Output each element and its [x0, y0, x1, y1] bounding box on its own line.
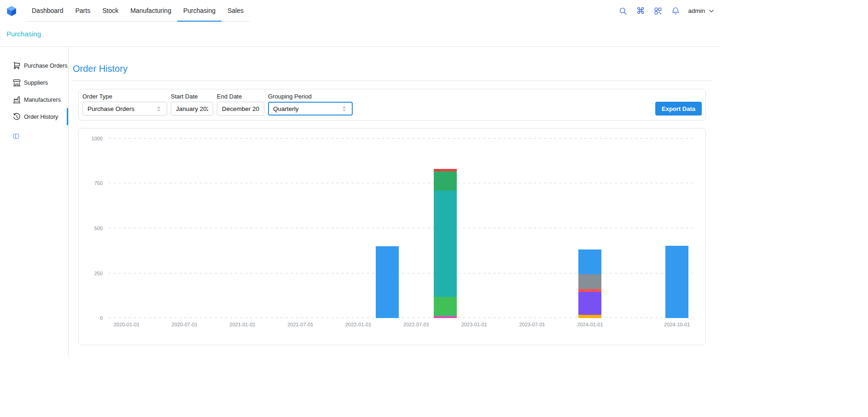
start-date-label: Start Date	[171, 93, 213, 100]
gridline	[108, 318, 695, 318]
breadcrumb: Purchasing	[0, 22, 721, 47]
end-date-field: End Date	[217, 93, 264, 116]
y-axis-tick: 1000	[92, 136, 103, 141]
bar-segment	[578, 292, 601, 315]
title-divider	[73, 81, 711, 81]
start-date-field: Start Date	[171, 93, 213, 116]
bar-2024-10-01[interactable]	[665, 138, 688, 318]
tab-purchasing[interactable]: Purchasing	[177, 0, 221, 22]
x-axis-tick: 2022-01-01	[345, 322, 371, 327]
bar-segment	[376, 246, 399, 318]
x-axis-tick: 2021-07-01	[287, 322, 313, 327]
bar-segment	[434, 171, 457, 191]
content: Purchase OrdersSuppliersManufacturersOrd…	[0, 47, 721, 356]
select-chevrons-icon	[155, 105, 162, 112]
app: DashboardPartsStockManufacturingPurchasi…	[0, 0, 721, 356]
bar-segment	[434, 297, 457, 316]
gridline	[108, 138, 695, 139]
user-menu[interactable]: admin	[688, 7, 715, 15]
y-axis-tick: 750	[94, 180, 103, 186]
sidebar-item-manufacturers[interactable]: Manufacturers	[0, 91, 68, 108]
y-axis-tick: 250	[94, 271, 103, 276]
x-axis-tick: 2022-07-01	[403, 322, 429, 327]
tab-dashboard[interactable]: Dashboard	[26, 0, 70, 22]
sidebar-collapse-icon[interactable]	[12, 133, 20, 140]
grouping-period-value: Quarterly	[273, 105, 299, 112]
bar-2022-10-01[interactable]	[434, 138, 457, 318]
x-axis-tick: 2023-01-01	[461, 322, 487, 327]
select-chevrons-icon	[341, 105, 348, 112]
history-icon	[12, 112, 21, 121]
sidebar-item-label: Order History	[24, 114, 58, 120]
start-date-input[interactable]	[171, 102, 213, 116]
tab-parts[interactable]: Parts	[70, 0, 97, 22]
sidebar-item-label: Purchase Orders	[24, 63, 67, 69]
shopping-cart-icon	[12, 61, 21, 70]
notifications-icon[interactable]	[670, 6, 681, 16]
main-panel: Order History Order Type Purchase Orders	[69, 47, 721, 356]
y-axis-tick: 0	[100, 315, 103, 321]
building-factory-icon	[12, 95, 21, 104]
gridline	[108, 273, 695, 273]
bar-segment	[434, 317, 457, 318]
username: admin	[688, 7, 705, 14]
bar-2022-04-01[interactable]	[376, 138, 399, 318]
x-axis-tick: 2024-01-01	[577, 322, 603, 327]
page-title: Order History	[73, 64, 711, 74]
x-axis-tick: 2020-01-01	[114, 322, 140, 327]
grouping-period-label: Grouping Period	[268, 93, 353, 100]
command-icon[interactable]: ⌘	[635, 6, 646, 16]
gridline	[108, 228, 695, 228]
x-axis-tick: 2020-07-01	[172, 322, 198, 327]
x-axis-tick: 2024-10-01	[664, 322, 690, 327]
breadcrumb-purchasing[interactable]: Purchasing	[6, 30, 41, 38]
bar-segment	[578, 249, 601, 275]
sidebar-item-label: Manufacturers	[24, 97, 61, 103]
bar-segment	[665, 246, 688, 318]
chart-plot: 02505007501000	[108, 138, 695, 318]
order-type-select[interactable]: Purchase Orders	[82, 102, 167, 116]
barcode-scan-icon[interactable]	[653, 6, 663, 16]
order-type-value: Purchase Orders	[87, 105, 134, 112]
order-type-field: Order Type Purchase Orders	[82, 93, 167, 116]
sidebar: Purchase OrdersSuppliersManufacturersOrd…	[0, 47, 69, 356]
y-axis-tick: 500	[94, 226, 103, 231]
top-nav: DashboardPartsStockManufacturingPurchasi…	[0, 0, 721, 22]
order-type-label: Order Type	[82, 93, 167, 100]
building-store-icon	[12, 78, 21, 87]
sidebar-item-order-history[interactable]: Order History	[0, 108, 68, 125]
bar-segment	[578, 315, 601, 318]
main-tabs: DashboardPartsStockManufacturingPurchasi…	[26, 0, 250, 22]
nav-actions: ⌘ admin	[618, 0, 715, 22]
search-icon[interactable]	[618, 6, 628, 16]
bar-2024-01-01[interactable]	[578, 138, 601, 318]
filter-panel: Order Type Purchase Orders Start Date	[78, 89, 706, 121]
app-logo-icon[interactable]	[6, 5, 17, 17]
tab-sales[interactable]: Sales	[221, 0, 250, 22]
x-axis-tick: 2023-07-01	[519, 322, 545, 327]
grouping-period-select[interactable]: Quarterly	[268, 102, 353, 116]
sidebar-item-purchase-orders[interactable]: Purchase Orders	[0, 57, 68, 74]
grouping-period-field: Grouping Period Quarterly	[268, 93, 353, 116]
sidebar-item-suppliers[interactable]: Suppliers	[0, 74, 68, 91]
gridline	[108, 183, 695, 183]
export-data-button[interactable]: Export Data	[655, 102, 702, 116]
end-date-label: End Date	[217, 93, 264, 100]
tab-manufacturing[interactable]: Manufacturing	[124, 0, 177, 22]
x-axis-tick: 2021-01-01	[229, 322, 255, 327]
tab-stock[interactable]: Stock	[96, 0, 124, 22]
bar-segment	[578, 274, 601, 289]
end-date-input[interactable]	[217, 102, 264, 116]
sidebar-item-label: Suppliers	[24, 80, 48, 86]
bar-segment	[434, 191, 457, 296]
order-history-chart: 02505007501000 2020-01-012020-07-012021-…	[78, 128, 706, 345]
chart-x-axis: 2020-01-012020-07-012021-01-012021-07-01…	[108, 322, 695, 329]
chevron-down-icon	[708, 7, 715, 15]
